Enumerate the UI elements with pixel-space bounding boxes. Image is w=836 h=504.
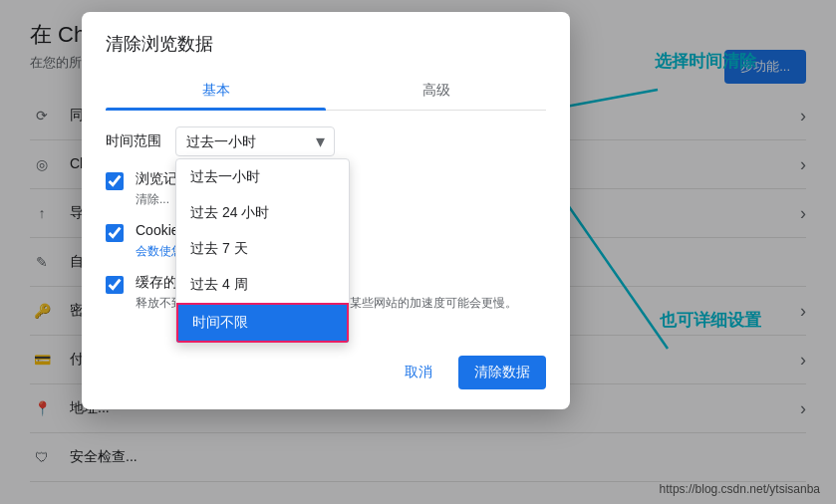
dialog-header: 清除浏览数据 基本 高级: [82, 12, 570, 111]
dialog-title: 清除浏览数据: [106, 32, 546, 56]
dropdown-item-forever[interactable]: 时间不限: [176, 303, 349, 343]
dialog-tabs: 基本 高级: [106, 72, 546, 111]
dropdown-item-7days[interactable]: 过去 7 天: [176, 231, 349, 267]
dialog-footer: 取消 清除数据: [82, 346, 570, 409]
checkbox-browsing-input[interactable]: [106, 172, 124, 190]
cancel-button[interactable]: 取消: [389, 356, 448, 389]
time-range-label: 时间范围: [106, 132, 175, 150]
time-range-row: 时间范围 过去一小时 过去 24 小时 过去 7 天 过去 4 周 时间不限 ▾…: [106, 126, 546, 156]
time-range-select[interactable]: 过去一小时 过去 24 小时 过去 7 天 过去 4 周 时间不限: [175, 126, 335, 156]
dropdown-item-1hour[interactable]: 过去一小时: [176, 159, 349, 195]
tab-basic[interactable]: 基本: [106, 72, 326, 110]
clear-browsing-dialog: 清除浏览数据 基本 高级 时间范围 过去一小时 过去 24 小时 过去 7 天 …: [82, 12, 570, 409]
checkbox-cache-input[interactable]: [106, 276, 124, 294]
clear-button[interactable]: 清除数据: [458, 356, 546, 389]
time-range-select-wrapper: 过去一小时 过去 24 小时 过去 7 天 过去 4 周 时间不限 ▾ 过去一小…: [175, 126, 335, 156]
dropdown-item-24hour[interactable]: 过去 24 小时: [176, 195, 349, 231]
time-range-dropdown: 过去一小时 过去 24 小时 过去 7 天 过去 4 周 时间不限: [175, 158, 350, 344]
checkbox-cookies-input[interactable]: [106, 224, 124, 242]
tab-advanced[interactable]: 高级: [326, 72, 546, 110]
dropdown-item-4weeks[interactable]: 过去 4 周: [176, 267, 349, 303]
dialog-body: 时间范围 过去一小时 过去 24 小时 过去 7 天 过去 4 周 时间不限 ▾…: [82, 111, 570, 346]
